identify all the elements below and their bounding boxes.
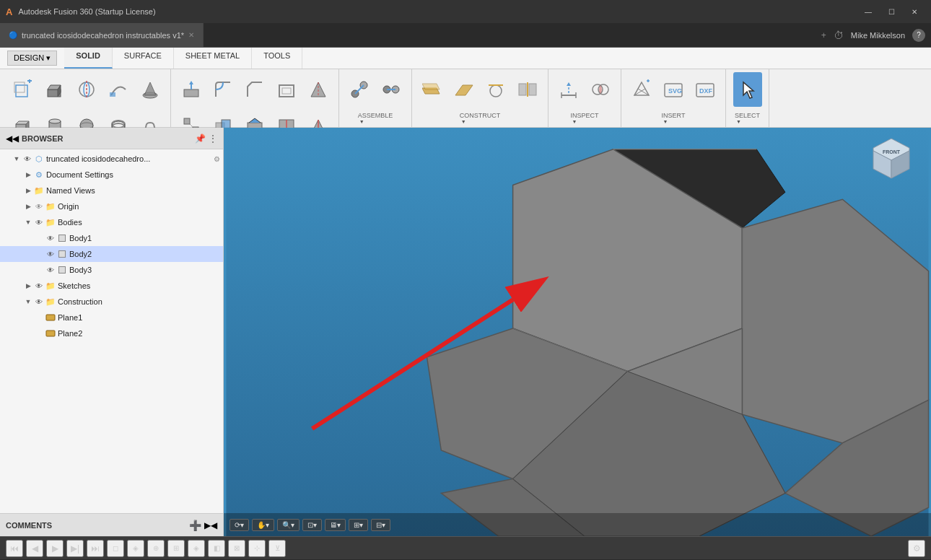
- close-button[interactable]: ✕: [904, 4, 925, 19]
- tree-root[interactable]: ▼ 👁 ⬡ truncated icosidodecahedro... ⚙: [0, 151, 223, 167]
- timeline-next-button[interactable]: ▶|: [66, 540, 84, 557]
- sketches-visibility-icon[interactable]: 👁: [33, 280, 45, 292]
- settings-button[interactable]: ⚙: [908, 540, 925, 557]
- history-button[interactable]: ⏱: [834, 30, 844, 41]
- minimize-button[interactable]: —: [857, 4, 879, 19]
- timeline-start-button[interactable]: ⏮: [6, 540, 23, 557]
- extrude-button[interactable]: [40, 72, 69, 107]
- view-cube[interactable]: FRONT: [866, 135, 917, 185]
- body1-visibility-icon[interactable]: 👁: [45, 232, 56, 244]
- body3-visibility-icon[interactable]: 👁: [45, 264, 56, 276]
- midplane-button[interactable]: [513, 72, 542, 107]
- timeline-tool4[interactable]: ⊞: [167, 540, 185, 557]
- timeline-prev-button[interactable]: ◀: [26, 540, 43, 557]
- svg-marker-12: [144, 82, 156, 95]
- timeline-play-button[interactable]: ▶: [46, 540, 64, 557]
- tab-tools[interactable]: TOOLS: [252, 48, 302, 69]
- tree-item-named-views[interactable]: ▶ 📁 Named Views: [0, 183, 223, 198]
- maximize-button[interactable]: ☐: [880, 4, 902, 19]
- revolve-button[interactable]: [72, 72, 101, 107]
- new-component-button[interactable]: [9, 72, 38, 107]
- timeline-tool9[interactable]: ⊻: [268, 540, 286, 557]
- timeline-tool5[interactable]: ◈: [188, 540, 205, 557]
- as-built-joint-button[interactable]: [377, 72, 406, 107]
- tab-sheet-metal[interactable]: SHEET METAL: [174, 48, 252, 69]
- browser-menu-icon[interactable]: ⋮: [209, 134, 217, 144]
- tree-item-plane2[interactable]: Plane2: [0, 325, 223, 341]
- shell-button[interactable]: [272, 72, 301, 107]
- construction-expand-icon[interactable]: ▼: [23, 297, 33, 307]
- tab-surface[interactable]: SURFACE: [113, 48, 174, 69]
- timeline-tool2[interactable]: ◈: [127, 540, 144, 557]
- tree-item-body2[interactable]: 👁 Body2: [0, 246, 223, 262]
- measure-button[interactable]: [554, 72, 583, 107]
- chamfer-button[interactable]: [240, 72, 269, 107]
- orbit-button[interactable]: ⟳▾: [230, 519, 249, 531]
- construction-visibility-icon[interactable]: 👁: [33, 296, 45, 307]
- interference-icon: [590, 79, 611, 100]
- sketches-expand-icon[interactable]: ▶: [23, 281, 33, 291]
- help-button[interactable]: ?: [912, 29, 925, 42]
- joint-button[interactable]: [345, 72, 374, 107]
- tree-item-plane1[interactable]: Plane1: [0, 310, 223, 325]
- svg-rect-29: [279, 85, 294, 97]
- browser-collapse-icon[interactable]: ◀◀: [6, 134, 19, 144]
- tree-item-bodies[interactable]: ▼ 👁 📁 Bodies: [0, 214, 223, 230]
- insert-svg-button[interactable]: SVG: [659, 72, 688, 107]
- tree-item-construction[interactable]: ▼ 👁 📁 Construction: [0, 294, 223, 310]
- tree-item-sketches[interactable]: ▶ 👁 📁 Sketches: [0, 278, 223, 294]
- root-expand-icon[interactable]: ▼: [12, 154, 22, 164]
- timeline-tool7[interactable]: ⊠: [228, 540, 245, 557]
- press-pull-button[interactable]: [177, 72, 206, 107]
- display-mode-button[interactable]: 🖥▾: [325, 519, 346, 531]
- zoom-button[interactable]: 🔍▾: [277, 519, 300, 531]
- tangent-plane-button[interactable]: [481, 72, 510, 107]
- pan-button[interactable]: ✋▾: [252, 519, 274, 531]
- offset-plane-button[interactable]: [418, 72, 447, 107]
- timeline-tool3[interactable]: ⊕: [147, 540, 165, 557]
- origin-visibility-icon[interactable]: 👁: [33, 201, 45, 212]
- view-grid-button[interactable]: ⊟▾: [371, 519, 390, 531]
- tab-solid[interactable]: SOLID: [64, 48, 113, 69]
- tree-item-body1[interactable]: 👁 Body1: [0, 230, 223, 246]
- tab-close-button[interactable]: ✕: [188, 31, 194, 39]
- grid-button[interactable]: ⊞▾: [349, 519, 368, 531]
- origin-expand-icon[interactable]: ▶: [23, 201, 33, 211]
- browser-pin-icon[interactable]: 📌: [195, 134, 206, 144]
- timeline-tool6[interactable]: ◧: [208, 540, 225, 557]
- fillet-button[interactable]: [209, 72, 237, 107]
- add-tab-button[interactable]: +: [821, 30, 826, 40]
- tree-item-origin[interactable]: ▶ 👁 📁 Origin: [0, 198, 223, 214]
- interference-button[interactable]: [586, 72, 615, 107]
- bodies-expand-icon[interactable]: ▼: [23, 217, 33, 227]
- tree-item-body3[interactable]: 👁 Body3: [0, 262, 223, 278]
- comments-add-icon[interactable]: ➕: [189, 520, 201, 531]
- timeline-end-button[interactable]: ⏭: [87, 540, 104, 557]
- draft-button[interactable]: [304, 72, 333, 107]
- user-profile[interactable]: Mike Mikkelson: [851, 31, 905, 40]
- named-views-expand-icon[interactable]: ▶: [23, 185, 33, 196]
- root-visibility-icon[interactable]: 👁: [22, 153, 33, 165]
- tangent-plane-icon: [486, 79, 506, 100]
- sweep-button[interactable]: [104, 72, 133, 107]
- design-dropdown[interactable]: DESIGN ▾: [7, 51, 57, 66]
- viewport[interactable]: FRONT ⟳▾ ✋▾ 🔍▾ ⊡▾ 🖥▾ ⊞▾ ⊟▾: [224, 128, 931, 536]
- doc-settings-expand-icon[interactable]: ▶: [23, 170, 33, 180]
- plane-at-angle-button[interactable]: [450, 72, 478, 107]
- svg-rect-26: [184, 89, 198, 97]
- insert-mesh-button[interactable]: [627, 72, 656, 107]
- loft-button[interactable]: [136, 72, 165, 107]
- tree-item-doc-settings[interactable]: ▶ ⚙ Document Settings: [0, 167, 223, 183]
- fit-view-button[interactable]: ⊡▾: [302, 519, 322, 531]
- document-tab[interactable]: 🔵 truncated icosidodecahedron instructab…: [0, 23, 204, 47]
- select-button[interactable]: [733, 72, 762, 107]
- body1-expand-space: [35, 233, 45, 243]
- comments-expand-icon[interactable]: ▶◀: [204, 520, 217, 530]
- plane-at-angle-icon: [454, 79, 474, 100]
- timeline-tool1[interactable]: ◻: [107, 540, 124, 557]
- insert-dxf-button[interactable]: DXF: [691, 72, 720, 107]
- body2-visibility-icon[interactable]: 👁: [45, 248, 56, 260]
- bodies-visibility-icon[interactable]: 👁: [33, 216, 45, 228]
- timeline-tool8[interactable]: ⊹: [248, 540, 266, 557]
- root-options-icon[interactable]: ⚙: [214, 155, 220, 163]
